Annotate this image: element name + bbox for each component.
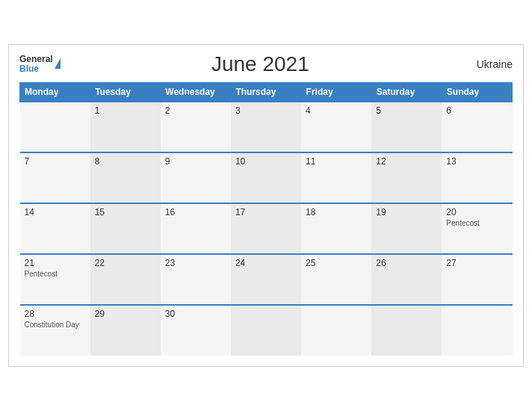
day-number: 23: [165, 258, 226, 268]
day-cell: 24: [231, 254, 301, 305]
day-number: 22: [95, 258, 156, 268]
day-number: 26: [376, 258, 437, 268]
col-header-thursday: Thursday: [231, 83, 301, 102]
col-header-friday: Friday: [301, 83, 371, 102]
day-cell: 19: [371, 203, 442, 254]
day-number: 9: [165, 156, 226, 167]
day-cell: 22: [90, 254, 161, 305]
day-cell: 27: [442, 254, 512, 305]
week-row-3: 14151617181920Pentecost: [20, 203, 513, 254]
day-cell: [301, 305, 371, 356]
day-cell: [20, 102, 90, 152]
day-number: 3: [235, 105, 297, 116]
day-cell: 10: [231, 152, 301, 203]
day-event: Pentecost: [25, 270, 86, 278]
col-header-saturday: Saturday: [371, 83, 442, 102]
day-cell: 2: [161, 102, 231, 152]
day-cell: [371, 305, 442, 356]
col-header-tuesday: Tuesday: [90, 83, 161, 102]
day-cell: 29: [90, 305, 161, 356]
week-row-4: 21Pentecost222324252627: [20, 254, 513, 305]
day-cell: 11: [301, 152, 371, 203]
day-number: 27: [446, 258, 507, 268]
day-number: 15: [95, 207, 156, 217]
day-cell: 26: [371, 254, 442, 305]
day-cell: 21Pentecost: [20, 254, 90, 305]
day-number: 24: [235, 258, 297, 268]
day-cell: 23: [161, 254, 231, 305]
day-number: 12: [376, 156, 437, 167]
day-cell: 3: [231, 102, 301, 152]
day-cell: 6: [442, 102, 512, 152]
calendar-table: MondayTuesdayWednesdayThursdayFridaySatu…: [19, 82, 513, 356]
day-number: 20: [446, 207, 507, 217]
day-cell: 13: [442, 152, 512, 203]
day-event: Constitution Day: [25, 321, 86, 329]
col-header-monday: Monday: [20, 83, 90, 102]
day-cell: 16: [161, 203, 231, 254]
day-number: 5: [376, 105, 437, 116]
day-cell: 20Pentecost: [442, 203, 512, 254]
day-number: 30: [165, 309, 226, 319]
day-event: Pentecost: [446, 219, 507, 227]
day-number: 4: [306, 105, 367, 116]
col-header-wednesday: Wednesday: [161, 83, 231, 102]
day-number: 7: [25, 156, 86, 167]
day-number: 18: [306, 207, 367, 217]
day-number: 1: [95, 105, 156, 116]
day-number: 29: [95, 309, 156, 319]
day-cell: [231, 305, 301, 356]
day-number: 6: [446, 105, 507, 116]
col-header-sunday: Sunday: [442, 83, 512, 102]
day-cell: 7: [20, 152, 90, 203]
day-number: 13: [446, 156, 507, 167]
day-cell: 9: [161, 152, 231, 203]
day-cell: 15: [90, 203, 161, 254]
day-cell: 8: [90, 152, 161, 203]
logo: General Blue: [19, 55, 61, 74]
day-number: 10: [235, 156, 297, 167]
day-number: 25: [306, 258, 367, 268]
day-cell: 25: [301, 254, 371, 305]
calendar-country: Ukraine: [460, 58, 513, 70]
calendar-container: General Blue June 2021 Ukraine MondayTue…: [8, 44, 524, 367]
calendar-header: General Blue June 2021 Ukraine: [19, 52, 513, 76]
day-cell: 17: [231, 203, 301, 254]
week-row-5: 28Constitution Day2930: [20, 305, 513, 356]
week-row-2: 78910111213: [20, 152, 513, 203]
day-cell: 4: [301, 102, 371, 152]
day-cell: 30: [161, 305, 231, 356]
day-cell: [442, 305, 512, 356]
day-cell: 5: [371, 102, 442, 152]
day-number: 21: [25, 258, 86, 268]
day-number: 17: [235, 207, 297, 217]
day-cell: 28Constitution Day: [20, 305, 90, 356]
day-number: 14: [25, 207, 86, 217]
logo-triangle-icon: [55, 58, 61, 69]
day-number: 2: [165, 105, 226, 116]
day-number: 11: [306, 156, 367, 167]
day-cell: 1: [90, 102, 161, 152]
calendar-header-row: MondayTuesdayWednesdayThursdayFridaySatu…: [20, 83, 513, 102]
day-number: 8: [95, 156, 156, 167]
day-number: 16: [165, 207, 226, 217]
day-number: 19: [376, 207, 437, 217]
day-number: 28: [25, 309, 86, 319]
day-cell: 12: [371, 152, 442, 203]
day-cell: 14: [20, 203, 90, 254]
calendar-title: June 2021: [61, 52, 460, 76]
week-row-1: 123456: [20, 102, 513, 152]
day-cell: 18: [301, 203, 371, 254]
logo-blue-text: Blue: [19, 64, 53, 74]
